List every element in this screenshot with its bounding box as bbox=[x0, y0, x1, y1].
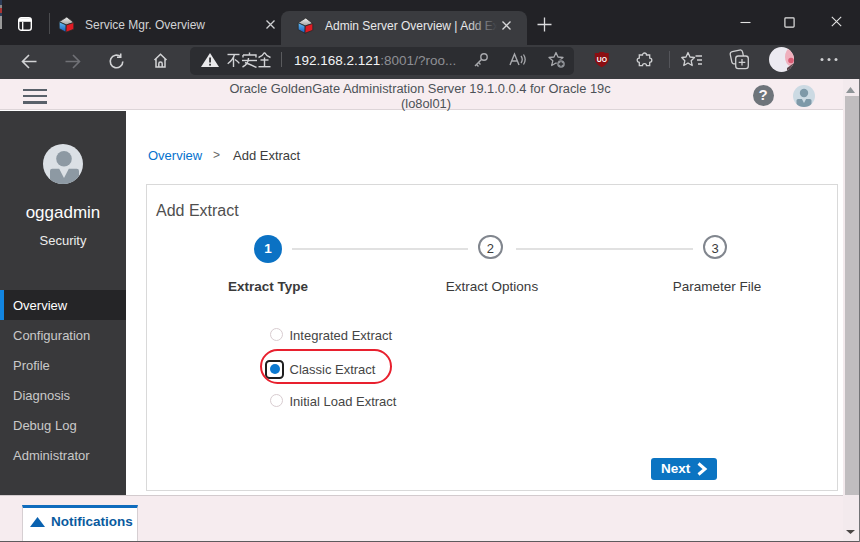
svg-text:UO: UO bbox=[597, 56, 607, 63]
